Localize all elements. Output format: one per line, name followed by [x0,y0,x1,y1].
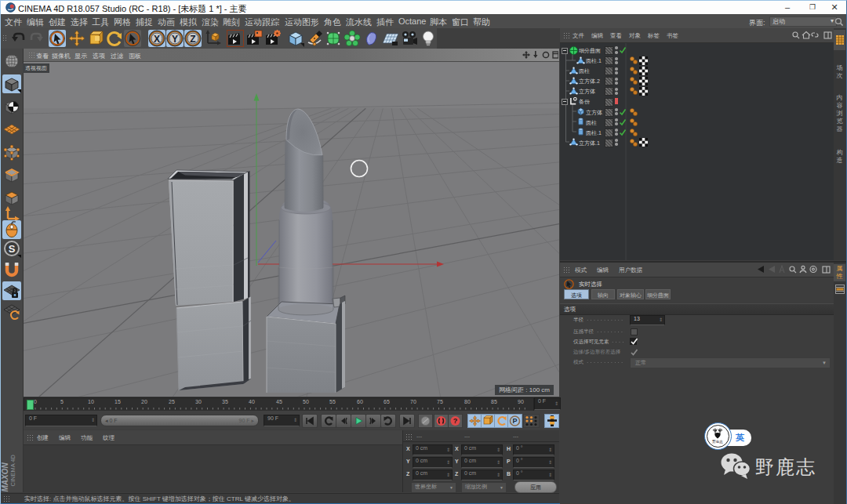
svg-text:野鹿志: 野鹿志 [712,440,723,444]
